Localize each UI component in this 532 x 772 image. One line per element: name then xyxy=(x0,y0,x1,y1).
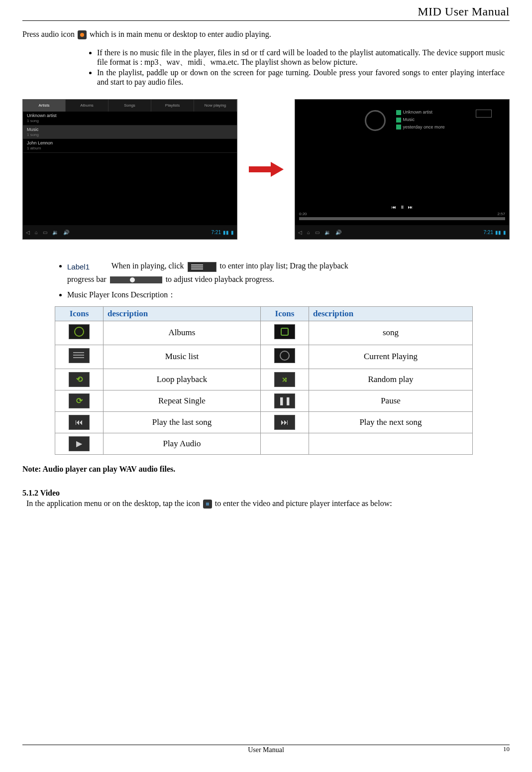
home-icon[interactable]: ⌂ xyxy=(35,230,38,235)
row-title: John Lennon xyxy=(27,140,53,145)
time-total: 2:57 xyxy=(497,212,505,216)
progress-bar[interactable] xyxy=(299,217,505,220)
screenshots-row: Artists Albums Songs Playlists Now playi… xyxy=(22,99,510,240)
video-text-a: In the application menu or on the deskto… xyxy=(26,499,200,508)
tab-playlists[interactable]: Playlists xyxy=(151,100,194,112)
album-art-icon xyxy=(365,110,386,131)
playlist-instr-b: to enter into play list; Drag the playba… xyxy=(220,261,348,270)
d-random: Random play xyxy=(309,369,472,390)
video-heading: 5.1.2 Video xyxy=(22,489,510,498)
audio-app-icon xyxy=(78,30,87,39)
playlist-instr-d: to adjust video playback progress. xyxy=(166,275,274,283)
battery-icon: ▮ xyxy=(231,230,234,235)
next-track-icon[interactable]: ⏭ xyxy=(408,205,413,210)
play-audio-icon: ▶ xyxy=(69,436,90,451)
vol-up-icon[interactable]: 🔊 xyxy=(335,230,341,235)
d-play: Play Audio xyxy=(104,433,261,454)
empty-desc-cell xyxy=(309,433,472,454)
svg-rect-0 xyxy=(249,166,271,172)
albums-icon xyxy=(69,324,90,339)
system-navbar: ◁ ⌂ ▭ 🔉 🔊 7:21 ▮▮ ▮ xyxy=(23,225,237,239)
list-row[interactable]: John Lennon 1 album xyxy=(23,139,237,152)
footer-rule xyxy=(22,745,510,745)
th-desc-2: description xyxy=(309,306,472,321)
battery-icon: ▮ xyxy=(503,230,506,235)
time-elapsed: 0:20 xyxy=(299,212,307,216)
vol-down-icon[interactable]: 🔉 xyxy=(52,230,58,235)
th-desc-1: description xyxy=(104,306,261,321)
current-playing-icon xyxy=(274,348,295,363)
th-icons-1: Icons xyxy=(55,306,104,321)
random-play-icon: ⤨ xyxy=(274,372,295,387)
row-sub: 1 song xyxy=(27,119,233,124)
player-album: Music xyxy=(396,117,445,123)
recent-icon[interactable]: ▭ xyxy=(43,230,47,235)
note-text: Note: Audio player can play WAV audio fi… xyxy=(22,465,510,474)
intro-text-b: which is in main menu or desktop to ente… xyxy=(90,30,271,38)
player-track: yesterday once more xyxy=(396,125,445,130)
wifi-icon: ▮▮ xyxy=(223,230,229,235)
song-icon xyxy=(274,324,295,339)
d-repeat: Repeat Single xyxy=(104,390,261,411)
tab-songs[interactable]: Songs xyxy=(108,100,151,112)
bullet-2: In the playlist, paddle up or down on th… xyxy=(97,68,505,87)
row-title: Unknown artist xyxy=(27,113,57,118)
prev-track-icon[interactable]: ⏮ xyxy=(392,205,396,210)
tab-albums[interactable]: Albums xyxy=(66,100,108,112)
row-sub: 1 song xyxy=(27,132,233,137)
tab-nowplaying[interactable]: Now playing xyxy=(194,100,237,112)
play-next-icon: ⏭ xyxy=(274,415,295,430)
row-title: Music xyxy=(27,127,39,132)
list-row[interactable]: Unknown artist 1 song xyxy=(23,112,237,125)
d-loop: Loop playback xyxy=(104,369,261,390)
d-next: Play the next song xyxy=(309,411,472,433)
clock-label: 7:21 xyxy=(212,230,221,235)
playlist-instr-a: When in playing, click xyxy=(111,261,184,270)
player-artist: Unknown artist xyxy=(396,110,445,115)
playlist-icon xyxy=(188,262,216,272)
play-prev-icon: ⏮ xyxy=(69,415,90,430)
home-icon[interactable]: ⌂ xyxy=(307,230,310,235)
label1-text: Label1 xyxy=(67,261,90,273)
repeat-single-icon: ⟳ xyxy=(69,393,90,408)
intro-line: Press audio icon which is in main menu o… xyxy=(22,29,510,40)
video-text-b: to enter the video and picture player in… xyxy=(215,499,392,508)
back-icon[interactable]: ◁ xyxy=(26,230,30,235)
system-navbar: ◁ ⌂ ▭ 🔉 🔊 7:21 ▮▮ ▮ xyxy=(295,225,509,239)
playlist-instr-c: progress bar xyxy=(67,275,106,283)
icons-table: Icons description Icons description Albu… xyxy=(55,306,473,455)
d-pause: Pause xyxy=(309,390,472,411)
tab-artists[interactable]: Artists xyxy=(23,100,66,112)
bullet-1: If there is no music file in the player,… xyxy=(97,48,505,67)
vol-up-icon[interactable]: 🔊 xyxy=(63,230,69,235)
header-rule xyxy=(22,20,510,21)
bullet-icons-desc: Music Player Icons Description： xyxy=(67,288,510,301)
lower-bullets: Label1 When in playing, click to enter i… xyxy=(47,259,510,301)
back-icon[interactable]: ◁ xyxy=(298,230,302,235)
recent-icon[interactable]: ▭ xyxy=(315,230,319,235)
clock-label: 7:21 xyxy=(484,230,493,235)
progress-bar-icon xyxy=(110,276,162,283)
page-footer: User Manual 10 xyxy=(22,741,510,754)
d-prev: Play the last song xyxy=(104,411,261,433)
th-icons-2: Icons xyxy=(260,306,309,321)
page-number: 10 xyxy=(503,745,510,753)
loop-playback-icon: ⟲ xyxy=(69,372,90,387)
lrc-indicator xyxy=(476,110,492,118)
vol-down-icon[interactable]: 🔉 xyxy=(324,230,330,235)
empty-icon-cell xyxy=(260,433,309,454)
row-sub: 1 album xyxy=(27,146,233,151)
top-bullets: If there is no music file in the player,… xyxy=(77,48,510,87)
d-current: Current Playing xyxy=(309,345,472,369)
screenshot-player: Unknown artist Music yesterday once more… xyxy=(295,99,510,240)
wifi-icon: ▮▮ xyxy=(495,230,501,235)
music-list-icon xyxy=(69,348,90,363)
d-albums: Albums xyxy=(104,321,261,345)
bullet-label1: Label1 When in playing, click to enter i… xyxy=(67,259,510,285)
pause-icon[interactable]: ⏸ xyxy=(400,205,405,210)
video-app-icon xyxy=(203,500,212,509)
footer-text: User Manual xyxy=(248,746,284,754)
d-mlist: Music list xyxy=(104,345,261,369)
intro-text-a: Press audio icon xyxy=(22,30,75,38)
list-row[interactable]: Music 1 song xyxy=(23,126,237,139)
